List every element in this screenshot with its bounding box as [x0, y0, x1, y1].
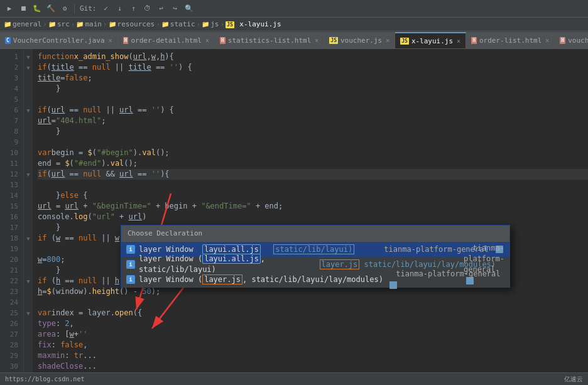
line-num: 16 — [0, 212, 18, 222]
tab-label: order-list.html — [479, 36, 542, 45]
line-num: 27 — [0, 329, 18, 340]
project-icon — [389, 281, 397, 289]
editor: 1 2 3 4 5 6 7 8 9 10 11 12 13 14 15 16 1… — [0, 49, 588, 385]
code-line-12: if(url == null && url == ''){ — [38, 169, 588, 180]
fold-5[interactable]: ▼ — [24, 233, 33, 244]
code-line-1: function x_admin_show(url,w,h){ — [38, 52, 588, 62]
tab-close-icon[interactable]: × — [545, 37, 549, 44]
fold-empty — [24, 73, 33, 84]
code-line-29: maxmin: tr... — [38, 350, 588, 361]
tab-close-icon[interactable]: × — [457, 38, 460, 45]
folder-icon: 📁 — [202, 21, 209, 28]
tab-order-detail[interactable]: H order-detail.html × — [118, 32, 215, 48]
tab-order-list[interactable]: H order-list.html × — [466, 32, 555, 48]
code-area[interactable]: function x_admin_show(url,w,h){ if (titl… — [33, 49, 588, 385]
build-icon[interactable]: 🔨 — [45, 3, 57, 14]
breadcrumb-resources[interactable]: 📁 resources — [109, 20, 155, 28]
tab-close-icon[interactable]: × — [315, 37, 318, 44]
git-update-icon[interactable]: ↓ — [114, 3, 126, 14]
tab-voucher-js[interactable]: JS voucher.js × — [324, 32, 395, 48]
code-line-30: shadeClose... — [38, 361, 588, 372]
js-file-icon: JS — [400, 38, 409, 45]
line-num: 29 — [0, 350, 18, 361]
fold-empty — [24, 158, 33, 169]
fold-empty — [24, 286, 33, 297]
code-line-27: area: [w+'' — [38, 329, 588, 340]
breadcrumb-general[interactable]: 📁 general — [4, 20, 41, 28]
git-commit-icon[interactable]: ✓ — [101, 3, 112, 14]
redo-icon[interactable]: ↪ — [170, 3, 181, 14]
tab-label: x-layui.js — [411, 37, 453, 45]
fold-empty — [24, 318, 33, 329]
statusbar-brand: 亿速云 — [564, 375, 583, 384]
tab-close-icon[interactable]: × — [109, 37, 112, 44]
breadcrumb-src[interactable]: 📁 src — [48, 20, 70, 28]
fold-2[interactable]: ▼ — [24, 62, 33, 73]
code-line-5 — [38, 94, 588, 105]
tab-statistics-list[interactable]: H statistics-list.html × — [215, 32, 324, 48]
tab-voucher-list[interactable]: H voucher-list.h... × — [555, 32, 588, 48]
fold-empty — [24, 201, 33, 212]
code-line-3: title=false; — [38, 73, 588, 84]
git-history-icon[interactable]: ⏱ — [142, 3, 153, 14]
popup-item-icon: i — [126, 245, 135, 254]
code-line-4: } — [38, 84, 588, 94]
line-num: 8 — [0, 126, 18, 137]
breadcrumb-static[interactable]: 📁 static — [161, 20, 195, 28]
tab-label: order-detail.html — [131, 36, 202, 45]
autocomplete-popup[interactable]: Choose Declaration i layer Window layui.… — [121, 225, 510, 288]
sep1 — [74, 4, 75, 14]
line-num: 4 — [0, 84, 18, 94]
code-line-7: url="404.html"; — [38, 116, 588, 126]
breadcrumb-main[interactable]: 📁 main — [76, 20, 102, 28]
git-push-icon[interactable]: ↑ — [128, 3, 139, 14]
git-label: Git: — [80, 4, 97, 13]
breadcrumb-js[interactable]: 📁 js — [202, 20, 219, 28]
tab-vouchercontroller[interactable]: C VoucherController.java × — [0, 32, 118, 48]
line-num: 5 — [0, 94, 18, 105]
fold-3[interactable]: ▼ — [24, 105, 33, 116]
tab-label: voucher-list.h... — [568, 36, 588, 45]
code-line-15: url = url + "&beginTime=" + begin + "&en… — [38, 201, 588, 212]
fold-empty — [24, 297, 33, 308]
line-num: 1 — [0, 52, 18, 62]
debug-icon[interactable]: 🐛 — [31, 3, 43, 14]
fold-empty — [24, 340, 33, 350]
run-icon[interactable]: ▶ — [4, 3, 15, 14]
fold-gutter: ▼ ▼ ▼ ▼ ▼ ▼ ▼ ▼ — [24, 49, 33, 385]
code-line-10: var begin = $("#begin").val(); — [38, 148, 588, 158]
code-line-23: h=$(window).height() - 50); — [38, 286, 588, 297]
statusbar-url: https://blog.csdn.net — [5, 376, 84, 382]
settings-icon[interactable]: ⚙ — [59, 3, 70, 14]
tab-close-icon[interactable]: × — [386, 37, 389, 44]
popup-item-icon: i — [126, 260, 135, 269]
code-line-25: var index = layer.open({ — [38, 308, 588, 318]
html-file-icon: H — [220, 37, 226, 44]
fold-1[interactable]: ▼ — [24, 52, 33, 62]
popup-item-file-1: static/lib/layui) — [264, 244, 371, 255]
line-num: 22 — [0, 276, 18, 286]
fold-empty — [24, 94, 33, 105]
line-num: 14 — [0, 190, 18, 201]
js-file-icon: JS — [329, 37, 338, 44]
popup-item-3[interactable]: i layer Window (layer.js, static/lib/lay… — [121, 272, 509, 287]
line-num: 18 — [0, 233, 18, 244]
search-icon[interactable]: 🔍 — [183, 3, 195, 14]
breadcrumb-file[interactable]: JS x-layui.js — [226, 20, 281, 28]
fold-4[interactable]: ▼ — [24, 169, 33, 180]
fold-6[interactable]: ▼ — [24, 276, 33, 286]
popup-item-name-1: layer Window layui.all.js — [139, 244, 261, 255]
fold-empty — [24, 116, 33, 126]
fold-empty — [24, 361, 33, 372]
line-num: 19 — [0, 244, 18, 254]
fold-7[interactable]: ▼ — [24, 308, 33, 318]
folder-icon: 📁 — [109, 21, 116, 28]
line-num: 11 — [0, 158, 18, 169]
fold-empty — [24, 265, 33, 276]
code-line-13 — [38, 180, 588, 190]
tab-x-layui-js[interactable]: JS x-layui.js × — [395, 32, 466, 48]
stop-icon[interactable]: ⏹ — [18, 3, 29, 14]
undo-icon[interactable]: ↩ — [156, 3, 167, 14]
html-file-icon: H — [560, 37, 565, 44]
tab-close-icon[interactable]: × — [205, 37, 209, 44]
